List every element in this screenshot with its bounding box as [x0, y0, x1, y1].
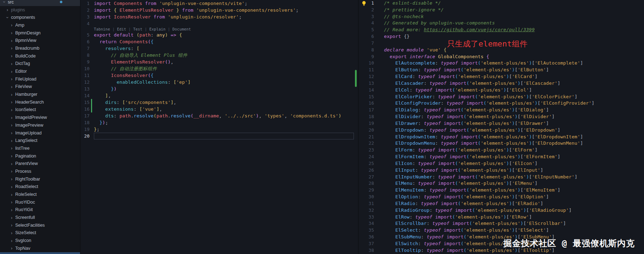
- sidebar-item-plugins[interactable]: › plugins: [0, 6, 80, 14]
- codelens-document[interactable]: Document: [173, 27, 191, 31]
- code-line[interactable]: 25 ElIcon: typeof import('element-plus/e…: [358, 160, 644, 167]
- code-line[interactable]: 1import Components from 'unplugin-vue-co…: [80, 0, 358, 7]
- code-line[interactable]: 3// @ts-nocheck: [358, 13, 644, 20]
- code-line[interactable]: 2/* prettier-ignore */: [358, 7, 644, 13]
- sidebar-item-langselect[interactable]: ›LangSelect: [0, 137, 80, 144]
- code-line[interactable]: 29 ElMenuItem: typeof import('element-pl…: [358, 187, 644, 194]
- sidebar-item-righttoolbar[interactable]: ›RightToolbar: [0, 175, 80, 183]
- code-line[interactable]: 35 ElSelect: typeof import('element-plus…: [358, 227, 644, 234]
- sidebar-item-screenfull[interactable]: ›Screenfull: [0, 214, 80, 221]
- code-line[interactable]: 11 ElButton: typeof import('element-plus…: [358, 67, 644, 73]
- codelens-row[interactable]: Tabnine | Edit | Test | Explain | Docume…: [80, 27, 358, 32]
- code-line[interactable]: 8 // 自动导入 Element Plus 组件: [80, 52, 358, 59]
- code-area-middle[interactable]: 1import Components from 'unplugin-vue-co…: [80, 0, 358, 139]
- sidebar-item-iconselect[interactable]: ›IconSelect: [0, 106, 80, 114]
- sidebar-item-process[interactable]: ›Process: [0, 167, 80, 175]
- code-line[interactable]: 13 ElCascader: typeof import('element-pl…: [358, 80, 644, 87]
- sidebar-item-bpmndesign[interactable]: ›BpmnDesign: [0, 29, 80, 37]
- sidebar-item-src[interactable]: › src: [0, 0, 80, 6]
- code-line[interactable]: 14 ],: [80, 92, 358, 99]
- code-line[interactable]: 7 resolvers: [: [80, 45, 358, 52]
- code-line[interactable]: 1/* eslint-disable */: [358, 0, 644, 7]
- code-line[interactable]: 32 ElRadioGroup: typeof import('element-…: [358, 207, 644, 214]
- code-line[interactable]: 22 ElDropdownMenu: typeof import('elemen…: [358, 140, 644, 147]
- code-line[interactable]: 9 export interface GlobalComponents {: [358, 54, 644, 60]
- code-line[interactable]: 14 ElCol: typeof import('element-plus/es…: [358, 87, 644, 94]
- code-line[interactable]: 20 ElDropdown: typeof import('element-pl…: [358, 127, 644, 134]
- chevron-right-icon: ›: [9, 38, 14, 43]
- sidebar-item-ruoyigit[interactable]: ›RuoYiGit: [0, 206, 80, 214]
- codelens-tabnine[interactable]: Tabnine: [94, 27, 110, 31]
- code-line[interactable]: 26 ElInput: typeof import('element-plus/…: [358, 167, 644, 174]
- sidebar-item-topnav[interactable]: ›TopNav: [0, 244, 80, 252]
- sidebar-item-pagination[interactable]: ›Pagination: [0, 152, 80, 160]
- code-line[interactable]: 21 ElDropdownItem: typeof import('elemen…: [358, 134, 644, 140]
- sidebar-item-listtree[interactable]: ›listTree: [0, 144, 80, 152]
- codelens-edit[interactable]: Edit: [117, 27, 126, 31]
- sidebar-item-components[interactable]: › components: [0, 13, 80, 21]
- code-line[interactable]: 11 IconsResolver({: [80, 72, 358, 79]
- sidebar-item-ruoyidoc[interactable]: ›RuoYiDoc: [0, 198, 80, 206]
- editor-middle[interactable]: 1import Components from 'unplugin-vue-co…: [80, 0, 358, 254]
- code-line[interactable]: 31 ElRadio: typeof import('element-plus/…: [358, 200, 644, 207]
- code-line[interactable]: 15 ElColorPicker: typeof import('element…: [358, 94, 644, 100]
- sidebar-item-fileview[interactable]: ›FileView: [0, 83, 80, 91]
- sidebar-item-parentview[interactable]: ›ParentView: [0, 160, 80, 167]
- code-line[interactable]: 10 ElAutocomplete: typeof import('elemen…: [358, 60, 644, 67]
- sidebar-item-imagepreview[interactable]: ›ImagePreview: [0, 121, 80, 129]
- code-line[interactable]: 12 ElCard: typeof import('element-plus/e…: [358, 73, 644, 80]
- code-line[interactable]: 24 ElFormItem: typeof import('element-pl…: [358, 154, 644, 160]
- code-line[interactable]: 12 enabledCollections: ['ep']: [80, 79, 358, 85]
- code-line[interactable]: 30 ElOption: typeof import('element-plus…: [358, 194, 644, 200]
- code-line[interactable]: 33 ElRow: typeof import('element-plus/es…: [358, 214, 644, 221]
- code-line[interactable]: 4// Generated by unplugin-vue-components: [358, 20, 644, 27]
- code-line[interactable]: 20: [80, 133, 358, 139]
- code-line[interactable]: 4: [80, 20, 358, 27]
- code-line[interactable]: 27 ElInputNumber: typeof import('element…: [358, 174, 644, 181]
- sidebar-item-imageidpreview[interactable]: ›ImageIdPreview: [0, 114, 80, 121]
- sidebar-item-amp[interactable]: ›Amp: [0, 21, 80, 29]
- code-line[interactable]: 10 // 自动注册图标组件: [80, 65, 358, 72]
- folder-label: FileUpload: [15, 77, 36, 82]
- code-line[interactable]: 16 extensions: ['vue'],: [80, 106, 358, 112]
- sidebar-item-dicttag[interactable]: ›DictTag: [0, 60, 80, 68]
- code-line[interactable]: 5export default (path: any) => {: [80, 32, 358, 38]
- sidebar-item-roadselect[interactable]: ›RoadSelect: [0, 183, 80, 191]
- sidebar-item-breadcrumb[interactable]: ›Breadcrumb: [0, 44, 80, 52]
- code-line[interactable]: 34 ElScrollbar: typeof import('element-p…: [358, 220, 644, 227]
- code-line[interactable]: 18 ElDivider: typeof import('element-plu…: [358, 114, 644, 120]
- code-line[interactable]: 9 ElementPlusResolver(),: [80, 59, 358, 65]
- editor-right[interactable]: 1/* eslint-disable */2/* prettier-ignore…: [358, 0, 644, 254]
- code-line[interactable]: 15 dirs: ['src/components'],: [80, 99, 358, 106]
- sidebar-item-bpmnview[interactable]: ›BpmnView: [0, 37, 80, 44]
- codelens-test[interactable]: Test: [133, 27, 142, 31]
- code-line[interactable]: 2import { ElementPlusResolver } from 'un…: [80, 7, 358, 13]
- code-line[interactable]: 23 ElForm: typeof import('element-plus/e…: [358, 147, 644, 154]
- sidebar-item-headersearch[interactable]: ›HeaderSearch: [0, 98, 80, 106]
- sidebar-item-imageupload[interactable]: ›ImageUpload: [0, 129, 80, 137]
- code-area-right[interactable]: 1/* eslint-disable */2/* prettier-ignore…: [358, 0, 644, 254]
- code-line[interactable]: 28 ElMenu: typeof import('element-plus/e…: [358, 180, 644, 187]
- code-line[interactable]: 5// Read more: https://github.com/vuejs/…: [358, 27, 644, 33]
- code-line[interactable]: 13 }): [80, 85, 358, 92]
- lightbulb-icon[interactable]: [361, 1, 367, 6]
- chevron-right-icon: ›: [9, 31, 14, 35]
- codelens-explain[interactable]: Explain: [149, 27, 166, 31]
- code-line[interactable]: 3import IconsResolver from 'unplugin-ico…: [80, 13, 358, 20]
- sidebar-item-svgicon[interactable]: ›SvgIcon: [0, 237, 80, 244]
- sidebar-item-selectfacilities[interactable]: ›SelectFacilities: [0, 221, 80, 229]
- sidebar-item-buildcode[interactable]: ›BuildCode: [0, 52, 80, 60]
- sidebar-item-sizeselect[interactable]: ›SizeSelect: [0, 229, 80, 237]
- code-line[interactable]: 6 return Components({: [80, 38, 358, 45]
- sidebar-item-roleselect[interactable]: ›RoleSelect: [0, 190, 80, 198]
- sidebar-item-editor[interactable]: ›Editor: [0, 67, 80, 75]
- code-line[interactable]: 19};: [80, 126, 358, 133]
- code-line[interactable]: 17 ElDialog: typeof import('element-plus…: [358, 107, 644, 114]
- code-line[interactable]: 19 ElDrawer: typeof import('element-plus…: [358, 120, 644, 127]
- code-line[interactable]: 17 dts: path.resolve(path.resolve(__dirn…: [80, 112, 358, 119]
- sidebar-partial-item[interactable]: [0, 252, 80, 254]
- sidebar-item-hamburger[interactable]: ›Hamburger: [0, 90, 80, 98]
- sidebar-item-fileupload[interactable]: ›FileUpload: [0, 75, 80, 83]
- code-line[interactable]: 16 ElConfigProvider: typeof import('elem…: [358, 100, 644, 107]
- code-line[interactable]: 18 });: [80, 119, 358, 126]
